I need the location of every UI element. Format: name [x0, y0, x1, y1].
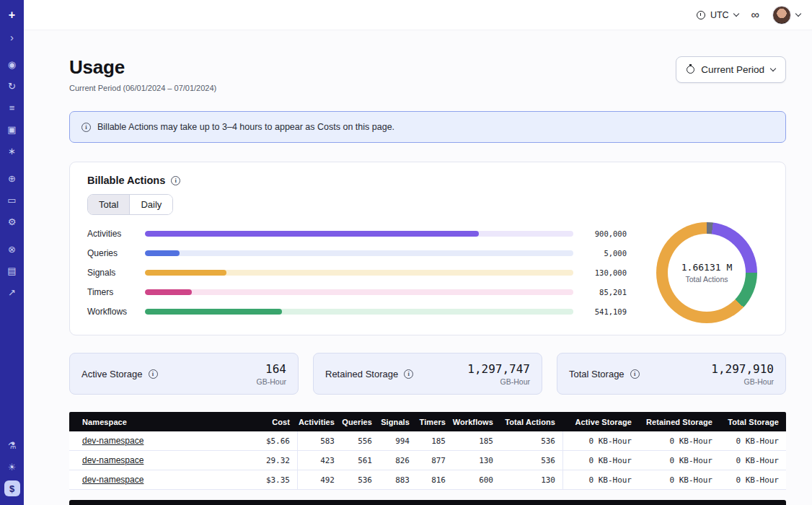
- info-icon[interactable]: [404, 369, 413, 379]
- table-cell: 883: [379, 470, 417, 489]
- table-cell: 0 KB-Hour: [562, 470, 639, 489]
- bar-row: Timers85,201: [87, 283, 627, 302]
- bar-fill: [145, 309, 282, 315]
- table-footer-partial: [69, 500, 786, 505]
- table-cell: 561: [342, 451, 379, 470]
- sidebar-bottom-nav: ⚗☀$: [4, 437, 20, 496]
- period-selector-label: Current Period: [701, 64, 764, 75]
- sidebar-item-settings[interactable]: ⚙: [4, 214, 20, 229]
- table-cell: 994: [379, 431, 417, 450]
- timezone-selector[interactable]: UTC: [697, 10, 738, 20]
- table-cell: 536: [500, 451, 562, 470]
- sidebar-item-docs[interactable]: ▤: [4, 263, 20, 278]
- storage-card-value-block: 1,297,910GB-Hour: [711, 362, 774, 386]
- bar-label: Queries: [87, 248, 136, 258]
- sidebar-group: ◉↻≡▣∗: [4, 56, 20, 159]
- storage-card-value-block: 1,297,747GB-Hour: [467, 362, 530, 386]
- table-row: dev-namespace29.324235618268771305360 KB…: [69, 451, 786, 470]
- bar-label: Workflows: [87, 307, 136, 317]
- sidebar-item-support[interactable]: ⊗: [4, 241, 20, 257]
- clock-icon: [697, 11, 705, 19]
- sidebar-item-layers[interactable]: ≡: [4, 100, 20, 115]
- sidebar-item-asterisk[interactable]: ∗: [4, 143, 20, 159]
- table-cell: 0 KB-Hour: [720, 470, 786, 489]
- usage-icon: $: [9, 484, 14, 493]
- bar-fill: [145, 250, 180, 256]
- table-cell: 877: [417, 451, 453, 470]
- chevron-down-icon: [733, 11, 738, 17]
- sidebar-item-usage[interactable]: $: [4, 480, 20, 496]
- info-icon[interactable]: [171, 176, 180, 185]
- tab-daily[interactable]: Daily: [129, 195, 172, 214]
- namespace-link[interactable]: dev-namespace: [82, 455, 144, 465]
- table-cell: 0 KB-Hour: [562, 451, 639, 470]
- billable-chart-area: Activities900,000Queries5,000Signals130,…: [87, 222, 768, 323]
- sidebar-item-temporal-logo[interactable]: +: [4, 7, 20, 23]
- bar-row: Queries5,000: [87, 244, 627, 263]
- info-icon[interactable]: [630, 369, 640, 379]
- user-menu[interactable]: [772, 6, 800, 25]
- info-icon[interactable]: [149, 369, 158, 379]
- layers-icon: ≡: [9, 103, 15, 113]
- usage-table: NamespaceCostActivitiesQueriesSignalsTim…: [69, 412, 786, 505]
- storage-card: Active Storage164GB-Hour: [69, 353, 299, 395]
- timezone-label: UTC: [710, 10, 729, 20]
- sidebar-item-history[interactable]: ↻: [4, 78, 20, 94]
- main-content: Usage Current Period (06/01/2024 – 07/01…: [24, 30, 812, 505]
- chevron-down-icon: [795, 11, 801, 17]
- bar-track: [145, 270, 573, 276]
- sidebar-item-package[interactable]: ▣: [4, 121, 20, 137]
- temporal-logo-icon: +: [9, 9, 15, 21]
- bar-fill: [145, 289, 192, 295]
- asterisk-icon: ∗: [8, 146, 16, 156]
- glasses-icon[interactable]: ∞: [751, 9, 759, 21]
- table-cell: 423: [297, 451, 342, 470]
- storage-unit: GB-Hour: [467, 377, 530, 386]
- bar-value: 900,000: [582, 229, 627, 238]
- table-cell: 492: [297, 470, 342, 489]
- table-cell: 600: [453, 470, 500, 489]
- sidebar-item-namespaces[interactable]: ◉: [4, 56, 20, 72]
- column-header: Total Actions: [500, 412, 562, 431]
- storage-card-label: Active Storage: [81, 369, 158, 379]
- namespaces-icon: ◉: [8, 60, 16, 69]
- table-cell: 536: [500, 431, 562, 450]
- storage-value: 164: [257, 362, 286, 376]
- table-cell: 0 KB-Hour: [720, 451, 786, 470]
- table-cell: 29.32: [247, 451, 297, 470]
- namespace-link[interactable]: dev-namespace: [82, 436, 144, 446]
- sidebar-item-expand[interactable]: ›: [4, 29, 20, 45]
- period-selector-button[interactable]: Current Period: [676, 56, 786, 83]
- table-cell: 0 KB-Hour: [639, 431, 720, 450]
- docs-icon: ▤: [7, 266, 16, 276]
- sidebar-item-theme[interactable]: ☀: [4, 459, 20, 475]
- sidebar-item-launch[interactable]: ↗: [4, 284, 20, 300]
- bar-value: 130,000: [582, 268, 627, 277]
- table-cell: $5.66: [247, 431, 297, 450]
- bar-track: [145, 250, 573, 256]
- chevron-down-icon: [770, 66, 776, 71]
- tab-total[interactable]: Total: [88, 195, 129, 214]
- support-icon: ⊗: [8, 245, 16, 254]
- table-cell: 826: [379, 451, 417, 470]
- sidebar-item-billing[interactable]: ▭: [4, 192, 20, 208]
- table-cell: 556: [342, 431, 379, 450]
- column-header: Cost: [247, 412, 297, 431]
- table-cell: 130: [500, 470, 562, 489]
- bar-track: [145, 231, 573, 237]
- column-header: Queries: [342, 412, 379, 431]
- sidebar-item-lab[interactable]: ⚗: [4, 437, 20, 453]
- bar-row: Workflows541,109: [87, 302, 627, 322]
- table-cell: 185: [453, 431, 500, 450]
- bar-label: Signals: [87, 268, 136, 278]
- bar-value: 5,000: [582, 249, 627, 258]
- table-cell: 130: [453, 451, 500, 470]
- launch-icon: ↗: [8, 288, 16, 297]
- storage-card: Retained Storage1,297,747GB-Hour: [313, 353, 542, 395]
- sidebar-group: ⊕▭⚙: [4, 170, 20, 229]
- sidebar-item-globe[interactable]: ⊕: [4, 170, 20, 186]
- history-icon: ↻: [8, 82, 16, 91]
- column-header: Total Storage: [720, 412, 786, 431]
- namespace-link[interactable]: dev-namespace: [82, 475, 144, 485]
- storage-card-label: Retained Storage: [325, 369, 413, 379]
